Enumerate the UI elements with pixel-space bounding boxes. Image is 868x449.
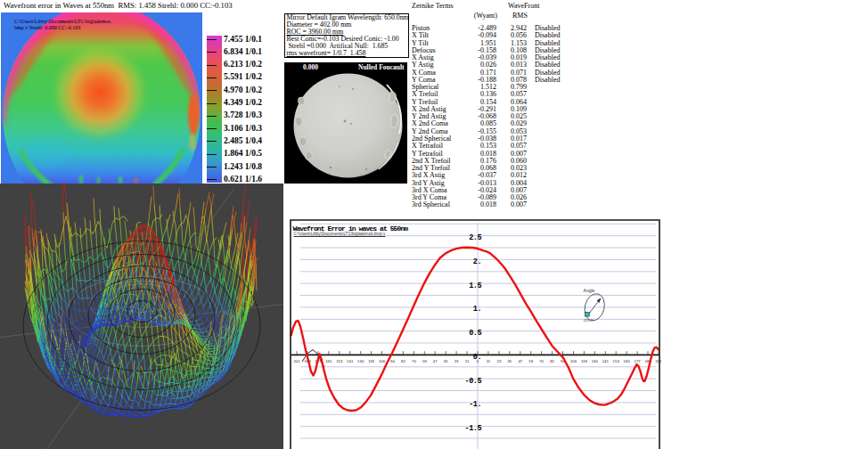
svg-text:165: 165 xyxy=(325,359,332,363)
svg-text:130: 130 xyxy=(357,359,364,363)
svg-text:141: 141 xyxy=(602,359,610,363)
svg-text:70: 70 xyxy=(539,359,544,363)
svg-text:23: 23 xyxy=(497,359,502,363)
svg-text:59: 59 xyxy=(528,359,533,363)
svg-text:141: 141 xyxy=(347,359,354,363)
svg-text:201: 201 xyxy=(655,359,661,363)
svg-text:106: 106 xyxy=(379,359,386,363)
svg-text:177: 177 xyxy=(635,359,642,363)
svg-text:59: 59 xyxy=(422,359,427,363)
svg-text:130: 130 xyxy=(592,359,599,363)
svg-text:35: 35 xyxy=(507,359,512,363)
svg-text:82: 82 xyxy=(550,359,554,363)
svg-text:153: 153 xyxy=(613,359,620,363)
svg-text:47: 47 xyxy=(518,359,522,363)
svg-text:94: 94 xyxy=(390,359,395,363)
svg-text:70: 70 xyxy=(412,359,416,363)
svg-text:201: 201 xyxy=(293,359,300,363)
svg-text:118: 118 xyxy=(581,359,587,363)
svg-text:47: 47 xyxy=(433,359,438,363)
svg-text:153: 153 xyxy=(336,359,343,363)
svg-text:11: 11 xyxy=(487,359,491,363)
svg-text:82: 82 xyxy=(401,359,405,363)
svg-text:225.1: 225.1 xyxy=(584,318,594,322)
svg-text:118: 118 xyxy=(368,359,374,363)
svg-text:106: 106 xyxy=(570,359,577,363)
svg-text:35: 35 xyxy=(444,359,448,363)
svg-text:165: 165 xyxy=(624,359,631,363)
svg-text:Angle: Angle xyxy=(584,288,595,293)
